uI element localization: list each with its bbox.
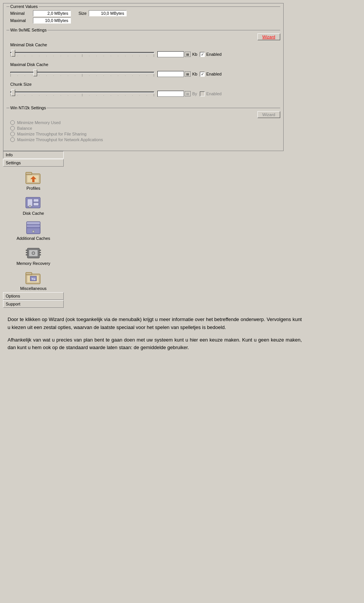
minimal-enabled-label: ✓ Enabled (200, 52, 221, 57)
minimal-enabled-checkbox[interactable]: ✓ (200, 52, 205, 57)
radio-minimize-icon[interactable] (10, 120, 15, 125)
chunk-slider-track[interactable] (10, 91, 154, 93)
chunk-slider-container: |.........|.........| (10, 88, 154, 99)
svg-rect-18 (39, 250, 41, 251)
radio-minimize-label: Minimize Memory Used (17, 120, 61, 125)
svg-point-6 (29, 205, 31, 208)
maximal-enabled-text: Enabled (206, 72, 221, 76)
maximal-value: 10,0 MBytes (33, 17, 71, 24)
winnt-wizard-button: Wizard (257, 111, 280, 118)
maximal-disk-cache-label: Maximal Disk Cache (6, 62, 280, 67)
maximal-unit-label: Kb (192, 72, 200, 76)
win9x-section: Win 9x/ME Settings Wizard Minimal Disk C… (6, 30, 280, 105)
svg-text:Tü: Tü (31, 277, 35, 281)
miscellaneous-icon: Tü (24, 270, 42, 285)
chunk-size-label: Chunk Size (6, 82, 280, 87)
minimal-enabled-text: Enabled (206, 52, 221, 57)
minimal-value-input[interactable]: 2.048 (157, 51, 184, 57)
minimal-unit-icon[interactable]: ▤ (185, 52, 191, 57)
minimal-row: Minimal 2,0 MBytes Size 10,0 MBytes (6, 10, 280, 16)
top-panel: Current Values Minimal 2,0 MBytes Size 1… (3, 3, 284, 151)
chunk-unit-icon[interactable]: ▤ (185, 91, 191, 96)
description-area: Door te klikken op Wizard (ook toegankel… (3, 308, 306, 361)
svg-rect-8 (33, 203, 39, 206)
win9x-wizard-button[interactable]: Wizard (257, 33, 280, 40)
sidebar-item-profiles[interactable]: Profiles (3, 167, 64, 192)
minimal-slider-container: |.........|.........| (10, 49, 154, 60)
sidebar: Info Settings Profiles (3, 151, 64, 308)
additional-caches-label: Additional Caches (17, 236, 50, 241)
winnt-title: Win NT/2k Settings (9, 105, 47, 110)
minimal-disk-cache-label: Minimal Disk Cache (6, 43, 280, 47)
svg-point-12 (32, 230, 35, 233)
maximal-slider-track[interactable] (10, 72, 154, 73)
svg-rect-1 (26, 172, 32, 175)
radio-minimize-memory: Minimize Memory Used (6, 120, 280, 125)
minimal-label: Minimal (10, 11, 33, 16)
miscellaneous-label: Miscellaneous (20, 286, 47, 291)
chunk-slider-thumb[interactable] (11, 89, 15, 96)
disk-cache-icon (24, 195, 42, 210)
options-button[interactable]: Options (3, 292, 64, 300)
radio-max-network-label: Maximize Throughput for Network Applicat… (17, 137, 103, 142)
profiles-icon (24, 170, 42, 185)
radio-max-file-label: Maximize Throughput for File Sharing (17, 132, 86, 136)
minimal-disk-cache-slider-row: |.........|.........| 2.048 ▤ Kb ✓ Enabl… (6, 49, 280, 60)
settings-button[interactable]: Settings (3, 159, 64, 167)
current-values-section: Current Values Minimal 2,0 MBytes Size 1… (6, 6, 280, 26)
description-paragraph1: Door te klikken op Wizard (ook toegankel… (8, 316, 302, 332)
chunk-enabled-checkbox[interactable] (200, 91, 205, 96)
chunk-enabled-label: Enabled (200, 91, 221, 96)
svg-rect-16 (26, 252, 27, 253)
profiles-label: Profiles (27, 186, 41, 191)
maximal-ticks: |.........|.........| (10, 74, 154, 76)
additional-caches-icon (24, 220, 42, 235)
svg-rect-19 (39, 252, 41, 253)
size-value: 10,0 MBytes (89, 10, 127, 16)
maximal-slider-thumb[interactable] (33, 69, 37, 76)
winnt-section: Win NT/2k Settings Wizard Minimize Memor… (6, 108, 280, 146)
sidebar-item-memory-recovery[interactable]: Memory Recovery (3, 242, 64, 267)
radio-max-file-icon[interactable] (10, 132, 15, 136)
maximal-slider-container: |.........|.........| (10, 68, 154, 80)
svg-rect-11 (27, 222, 40, 225)
minimal-slider-thumb[interactable] (11, 50, 15, 57)
chunk-size-slider-row: |.........|.........| 512 ▤ By Enabled (6, 88, 280, 99)
sidebar-item-additional-caches[interactable]: Additional Caches (3, 217, 64, 242)
disk-cache-label: Disk Cache (23, 211, 44, 216)
maximal-label: Maximal (10, 18, 33, 23)
minimal-slider-track[interactable] (10, 52, 154, 54)
radio-max-file: Maximize Throughput for File Sharing (6, 132, 280, 136)
bottom-area: Info Settings Profiles (3, 151, 284, 308)
win9x-title: Win 9x/ME Settings (9, 28, 47, 32)
sidebar-item-disk-cache[interactable]: Disk Cache (3, 192, 64, 217)
maximal-row: Maximal 10,0 MBytes (6, 17, 280, 24)
memory-recovery-icon (24, 245, 42, 260)
svg-rect-24 (26, 272, 32, 275)
radio-balance-label: Balance (17, 126, 32, 131)
memory-recovery-label: Memory Recovery (16, 261, 50, 266)
maximal-value-input[interactable]: 10.240 (157, 71, 184, 77)
description-paragraph2: Afhankelijk van wat u precies van plan b… (8, 336, 302, 352)
content-area (64, 151, 284, 308)
maximal-enabled-label: ✓ Enabled (200, 72, 221, 77)
maximal-enabled-checkbox[interactable]: ✓ (200, 72, 205, 77)
current-values-title: Current Values (9, 4, 39, 9)
info-button[interactable]: Info (3, 151, 64, 159)
chunk-unit-label: By (192, 91, 200, 96)
radio-max-network-icon[interactable] (10, 137, 15, 142)
radio-max-network: Maximize Throughput for Network Applicat… (6, 137, 280, 142)
svg-rect-17 (26, 254, 27, 255)
svg-rect-7 (33, 199, 39, 202)
size-label: Size (78, 11, 86, 16)
chunk-value-input[interactable]: 512 (157, 91, 184, 97)
svg-rect-20 (39, 254, 41, 255)
maximal-unit-icon[interactable]: ▤ (185, 71, 191, 77)
chunk-ticks: |.........|.........| (10, 93, 154, 96)
minimal-value: 2,0 MBytes (33, 10, 71, 16)
chunk-enabled-text: Enabled (206, 91, 221, 96)
sidebar-item-miscellaneous[interactable]: Tü Miscellaneous (3, 267, 64, 292)
radio-balance-icon[interactable] (10, 126, 15, 131)
svg-rect-15 (26, 250, 27, 251)
support-button[interactable]: Support (3, 300, 64, 308)
